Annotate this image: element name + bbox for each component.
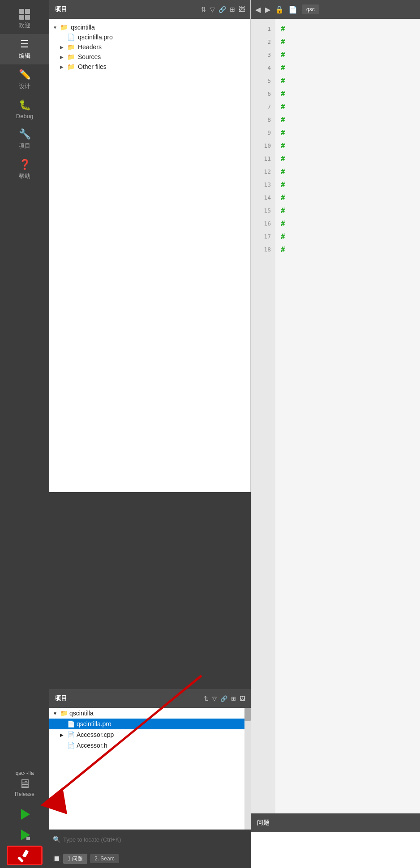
status-tab-problems[interactable]: 1 问题 (63, 854, 87, 864)
status-tab-search[interactable]: 2. Searc (90, 854, 119, 863)
bottom-tree-item-accessor-cpp[interactable]: ▶ 📄 Accessor.cpp (49, 729, 244, 740)
line-9: 9 (251, 126, 275, 139)
tree-label-root: qscintilla (71, 24, 95, 31)
hash-1: # (281, 25, 285, 33)
editor-tab[interactable]: qsc (302, 4, 319, 14)
sidebar: 欢迎 ☰ 编辑 ✏️ 设计 🐛 Debug 🔧 项目 ❓ 帮助 qsc···ll… (0, 0, 49, 868)
sidebar-label-project: 项目 (19, 142, 30, 150)
hash-12: # (281, 167, 285, 176)
folder-icon-headers: 📁 (67, 43, 76, 51)
panel-header: 项目 ⇅ ▽ 🔗 ⊞ 🖼 (49, 0, 250, 19)
tree-item-sources[interactable]: ▶ 📁 Sources (49, 52, 250, 62)
sidebar-item-edit[interactable]: ☰ 编辑 (0, 34, 49, 64)
panel-title: 项目 (55, 5, 197, 13)
back-button[interactable]: ◀ (255, 5, 261, 14)
design-icon: ✏️ (19, 69, 31, 81)
hash-9: # (281, 128, 285, 137)
tree-item-other[interactable]: ▶ 📁 Other files (49, 62, 250, 72)
sidebar-label-debug: Debug (16, 113, 33, 119)
bottom-panel-title: 项目 (55, 694, 200, 702)
tree-item-root[interactable]: ▼ 📁 qscintilla (49, 22, 250, 32)
tree-item-pro[interactable]: 📄 qscintilla.pro (49, 32, 250, 42)
scrollbar-thumb[interactable] (244, 708, 251, 721)
panel-gap (49, 492, 251, 689)
bottom-tree-list: ▼ 📁 qscintilla 📄 qscintilla.pro ▶ 📄 (49, 708, 244, 830)
new-file-icon[interactable]: 📄 (288, 5, 297, 14)
sidebar-item-design[interactable]: ✏️ 设计 (0, 64, 49, 95)
sort-icon[interactable]: ⇅ (201, 6, 206, 13)
code-line-17: # (281, 230, 415, 243)
bottom-label-cpp: Accessor.cpp (77, 731, 114, 738)
code-line-14: # (281, 191, 415, 204)
hash-17: # (281, 232, 285, 241)
line-11: 11 (251, 152, 275, 165)
line-numbers: 1 2 3 4 5 6 7 8 9 10 11 12 13 14 15 16 1… (251, 19, 275, 813)
run-icon (17, 807, 32, 821)
folder-icon-other: 📁 (67, 63, 76, 70)
line-8: 8 (251, 113, 275, 126)
problems-content (251, 832, 420, 868)
sidebar-item-help[interactable]: ❓ 帮助 (0, 154, 49, 185)
line-17: 17 (251, 230, 275, 243)
bottom-filter-icon[interactable]: ▽ (212, 695, 217, 702)
bottom-scrollbar[interactable] (244, 708, 251, 830)
bottom-tree-item-pro[interactable]: 📄 qscintilla.pro (49, 719, 244, 729)
add-icon[interactable]: ⊞ (230, 6, 235, 13)
line-13: 13 (251, 178, 275, 191)
bottom-tree-item-root[interactable]: ▼ 📁 qscintilla (49, 708, 244, 719)
line-14: 14 (251, 191, 275, 204)
run-debug-icon (17, 828, 32, 842)
bottom-project-section: 项目 ⇅ ▽ 🔗 ⊞ 🖼 ▼ 📁 qscintilla (49, 689, 251, 868)
run-debug-button[interactable] (7, 825, 43, 845)
svg-rect-2 (26, 837, 30, 840)
sidebar-item-project[interactable]: 🔧 项目 (0, 124, 49, 154)
grid-icon (19, 9, 30, 20)
forward-button[interactable]: ▶ (265, 5, 270, 14)
left-column: 项目 ⇅ ▽ 🔗 ⊞ 🖼 ▼ 📁 qscintilla 📄 (49, 0, 251, 868)
build-button[interactable] (7, 846, 43, 865)
hammer-icon (17, 848, 32, 863)
sidebar-item-welcome[interactable]: 欢迎 (0, 4, 49, 34)
run-button[interactable] (7, 804, 43, 824)
tree-label-headers: Headers (78, 43, 102, 51)
image-icon[interactable]: 🖼 (239, 6, 245, 13)
tree-item-headers[interactable]: ▶ 📁 Headers (49, 42, 250, 52)
bottom-sort-icon[interactable]: ⇅ (204, 695, 209, 702)
pro-file-icon: 📄 (67, 34, 76, 41)
hash-8: # (281, 115, 285, 124)
link-icon[interactable]: 🔗 (219, 6, 226, 13)
hash-11: # (281, 154, 285, 163)
bottom-link-icon[interactable]: 🔗 (220, 695, 227, 702)
hash-7: # (281, 102, 285, 111)
filter-icon[interactable]: ▽ (210, 6, 215, 13)
line-18: 18 (251, 243, 275, 256)
sidebar-item-debug[interactable]: 🐛 Debug (0, 95, 49, 124)
sidebar-label-welcome: 欢迎 (19, 21, 30, 30)
line-12: 12 (251, 165, 275, 178)
code-line-9: # (281, 126, 415, 139)
status-bar: 🔲 1 问题 2. Searc (49, 849, 251, 868)
sidebar-label-edit: 编辑 (19, 52, 30, 60)
hash-3: # (281, 51, 285, 59)
bottom-image-icon[interactable]: 🖼 (240, 695, 245, 702)
bottom-tree-item-accessor-h[interactable]: 📄 Accessor.h (49, 740, 244, 751)
line-6: 6 (251, 87, 275, 100)
status-layout-icon: 🔲 (53, 855, 60, 862)
sidebar-label-design: 设计 (19, 82, 30, 90)
tree-label-other: Other files (78, 63, 107, 70)
bottom-add-icon[interactable]: ⊞ (231, 695, 236, 702)
locate-input[interactable] (63, 836, 247, 843)
main-layout: 项目 ⇅ ▽ 🔗 ⊞ 🖼 ▼ 📁 qscintilla 📄 (49, 0, 420, 868)
tree-arrow-headers: ▶ (60, 45, 67, 50)
editor-area: ◀ ▶ 🔒 📄 qsc 1 2 3 4 5 6 7 8 9 10 11 12 1… (251, 0, 420, 868)
code-line-8: # (281, 113, 415, 126)
hash-18: # (281, 245, 285, 254)
bottom-label-h: Accessor.h (77, 742, 107, 749)
code-area[interactable]: # # # # # # # # # # # # # # # # # # (275, 19, 420, 813)
locate-bar: 🔍 (49, 830, 251, 849)
lock-icon: 🔒 (275, 5, 284, 14)
edit-icon: ☰ (20, 38, 29, 50)
bottom-label-pro: qscintilla.pro (77, 720, 111, 728)
bottom-folder-icon-root: 📁 (60, 710, 68, 717)
problems-bar: 问题 (251, 813, 420, 832)
